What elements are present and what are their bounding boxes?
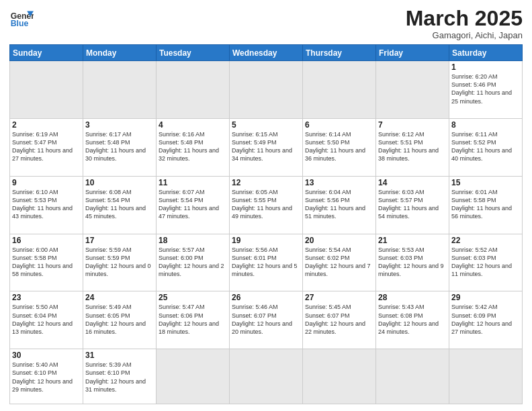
day-29: 29 Sunrise: 5:42 AMSunset: 6:09 PMDaylig…	[449, 291, 523, 349]
day-27: 27 Sunrise: 5:45 AMSunset: 6:07 PMDaylig…	[303, 291, 376, 349]
empty-cell	[376, 61, 449, 119]
empty-cell	[376, 349, 449, 404]
header-saturday: Saturday	[449, 45, 523, 61]
week-row-6: 30 Sunrise: 5:40 AMSunset: 6:10 PMDaylig…	[10, 349, 523, 404]
day-6: 6 Sunrise: 6:14 AMSunset: 5:50 PMDayligh…	[303, 119, 376, 177]
day-7: 7 Sunrise: 6:12 AMSunset: 5:51 PMDayligh…	[376, 119, 449, 177]
header: General Blue March 2025 Gamagori, Aichi,…	[9, 7, 523, 40]
empty-cell	[10, 61, 83, 119]
header-tuesday: Tuesday	[157, 45, 230, 61]
month-title: March 2025	[406, 7, 523, 30]
week-row-5: 23 Sunrise: 5:50 AMSunset: 6:04 PMDaylig…	[10, 291, 523, 349]
day-4: 4 Sunrise: 6:16 AMSunset: 5:48 PMDayligh…	[157, 119, 230, 177]
header-thursday: Thursday	[303, 45, 376, 61]
empty-cell	[230, 61, 303, 119]
empty-cell	[303, 61, 376, 119]
svg-text:Blue: Blue	[11, 19, 29, 28]
day-1: 1 Sunrise: 6:20 AMSunset: 5:46 PMDayligh…	[449, 61, 523, 119]
day-15: 15 Sunrise: 6:01 AMSunset: 5:58 PMDaylig…	[449, 176, 523, 234]
calendar-table: Sunday Monday Tuesday Wednesday Thursday…	[9, 44, 523, 404]
day-23: 23 Sunrise: 5:50 AMSunset: 6:04 PMDaylig…	[10, 291, 83, 349]
day-17: 17 Sunrise: 5:59 AMSunset: 5:59 PMDaylig…	[83, 234, 157, 291]
header-sunday: Sunday	[10, 45, 83, 61]
day-3: 3 Sunrise: 6:17 AMSunset: 5:48 PMDayligh…	[83, 119, 157, 177]
day-20: 20 Sunrise: 5:54 AMSunset: 6:02 PMDaylig…	[303, 234, 376, 291]
weekday-header-row: Sunday Monday Tuesday Wednesday Thursday…	[10, 45, 523, 61]
week-row-1: 1 Sunrise: 6:20 AMSunset: 5:46 PMDayligh…	[10, 61, 523, 119]
day-26: 26 Sunrise: 5:46 AMSunset: 6:07 PMDaylig…	[230, 291, 303, 349]
day-8: 8 Sunrise: 6:11 AMSunset: 5:52 PMDayligh…	[449, 119, 523, 177]
day-2: 2 Sunrise: 6:19 AMSunset: 5:47 PMDayligh…	[10, 119, 83, 177]
header-wednesday: Wednesday	[230, 45, 303, 61]
empty-cell	[303, 349, 376, 404]
day-30: 30 Sunrise: 5:40 AMSunset: 6:10 PMDaylig…	[10, 349, 83, 404]
page: General Blue March 2025 Gamagori, Aichi,…	[0, 0, 532, 411]
day-28: 28 Sunrise: 5:43 AMSunset: 6:08 PMDaylig…	[376, 291, 449, 349]
empty-cell	[157, 61, 230, 119]
day-16: 16 Sunrise: 6:00 AMSunset: 5:58 PMDaylig…	[10, 234, 83, 291]
empty-cell	[83, 61, 157, 119]
day-14: 14 Sunrise: 6:03 AMSunset: 5:57 PMDaylig…	[376, 176, 449, 234]
day-31: 31 Sunrise: 5:39 AMSunset: 6:10 PMDaylig…	[83, 349, 157, 404]
header-monday: Monday	[83, 45, 157, 61]
day-10: 10 Sunrise: 6:08 AMSunset: 5:54 PMDaylig…	[83, 176, 157, 234]
day-22: 22 Sunrise: 5:52 AMSunset: 6:03 PMDaylig…	[449, 234, 523, 291]
day-5: 5 Sunrise: 6:15 AMSunset: 5:49 PMDayligh…	[230, 119, 303, 177]
day-18: 18 Sunrise: 5:57 AMSunset: 6:00 PMDaylig…	[157, 234, 230, 291]
week-row-4: 16 Sunrise: 6:00 AMSunset: 5:58 PMDaylig…	[10, 234, 523, 291]
week-row-2: 2 Sunrise: 6:19 AMSunset: 5:47 PMDayligh…	[10, 119, 523, 177]
day-11: 11 Sunrise: 6:07 AMSunset: 5:54 PMDaylig…	[157, 176, 230, 234]
subtitle: Gamagori, Aichi, Japan	[406, 30, 523, 40]
empty-cell	[157, 349, 230, 404]
day-25: 25 Sunrise: 5:47 AMSunset: 6:06 PMDaylig…	[157, 291, 230, 349]
header-friday: Friday	[376, 45, 449, 61]
week-row-3: 9 Sunrise: 6:10 AMSunset: 5:53 PMDayligh…	[10, 176, 523, 234]
logo-icon: General Blue	[9, 7, 34, 31]
logo: General Blue	[9, 7, 34, 31]
title-block: March 2025 Gamagori, Aichi, Japan	[406, 7, 523, 40]
empty-cell	[230, 349, 303, 404]
day-12: 12 Sunrise: 6:05 AMSunset: 5:55 PMDaylig…	[230, 176, 303, 234]
day-24: 24 Sunrise: 5:49 AMSunset: 6:05 PMDaylig…	[83, 291, 157, 349]
day-19: 19 Sunrise: 5:56 AMSunset: 6:01 PMDaylig…	[230, 234, 303, 291]
empty-cell	[449, 349, 523, 404]
day-21: 21 Sunrise: 5:53 AMSunset: 6:03 PMDaylig…	[376, 234, 449, 291]
day-9: 9 Sunrise: 6:10 AMSunset: 5:53 PMDayligh…	[10, 176, 83, 234]
day-13: 13 Sunrise: 6:04 AMSunset: 5:56 PMDaylig…	[303, 176, 376, 234]
